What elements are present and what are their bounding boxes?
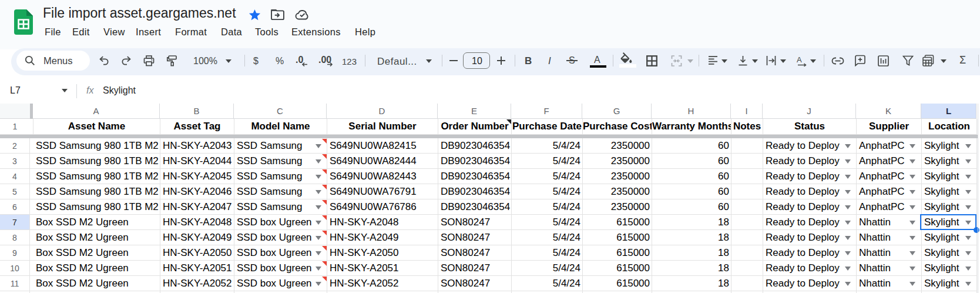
svg-text:A: A [797,55,802,64]
